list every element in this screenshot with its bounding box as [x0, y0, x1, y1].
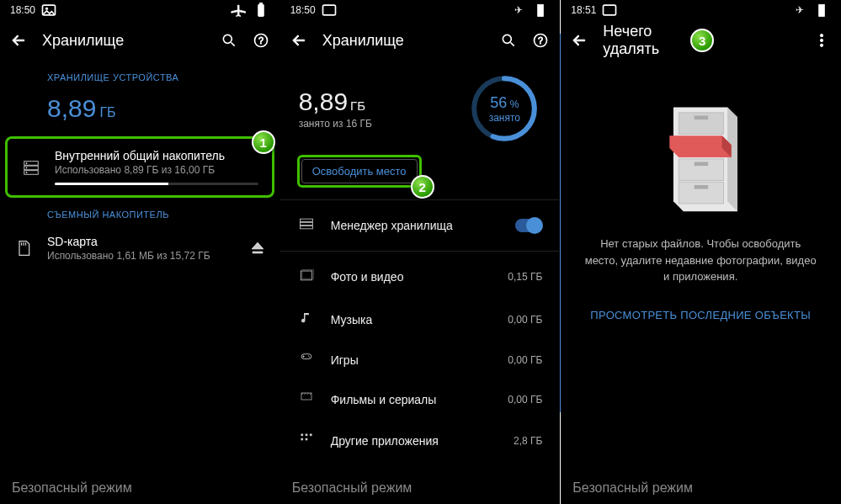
svg-rect-14 — [538, 4, 544, 16]
svg-point-30 — [305, 433, 307, 436]
svg-rect-48 — [695, 185, 709, 189]
svg-point-29 — [301, 433, 303, 436]
music-row[interactable]: Музыка 0,00 ГБ — [280, 299, 560, 341]
battery-icon — [532, 2, 549, 19]
help-icon[interactable]: ? — [253, 32, 269, 49]
sd-sub: Использовано 1,61 МБ из 15,72 ГБ — [47, 250, 236, 262]
apps-icon — [297, 432, 316, 450]
svg-point-15 — [503, 34, 512, 43]
overflow-icon[interactable] — [813, 32, 830, 49]
svg-rect-34 — [604, 5, 616, 15]
safe-mode-label: Безопасный режим — [292, 480, 413, 496]
appbar: Хранилище ? — [280, 20, 560, 61]
svg-point-32 — [301, 438, 303, 441]
screen-storage-overview: 18:50 Хранилище ? ХРАНИЛИЩЕ УСТРОЙСТВА 8… — [0, 0, 280, 504]
svg-rect-22 — [300, 226, 312, 229]
clock: 18:51 — [571, 4, 596, 16]
gamepad-icon — [297, 353, 316, 368]
svg-rect-13 — [322, 5, 335, 15]
file-cabinet-icon — [654, 94, 747, 220]
storage-icon — [297, 215, 316, 236]
movie-icon — [297, 391, 316, 408]
airplane-icon — [231, 2, 248, 19]
statusbar: 18:51 ✈ — [561, 0, 840, 20]
svg-point-37 — [820, 39, 822, 41]
svg-point-4 — [223, 34, 232, 43]
clock: 18:50 — [10, 4, 35, 16]
svg-point-10 — [26, 162, 28, 164]
other-apps-row[interactable]: Другие приложения 2,8 ГБ — [280, 420, 560, 462]
svg-point-33 — [305, 438, 307, 441]
sd-icon — [13, 240, 34, 257]
internal-storage-highlight: Внутренний общий накопитель Использовано… — [5, 136, 274, 198]
sd-card-row[interactable]: SD-карта Использовано 1,61 МБ из 15,72 Г… — [0, 225, 279, 272]
internal-storage-row[interactable]: Внутренний общий накопитель Использовано… — [8, 139, 272, 195]
empty-message: Нет старых файлов. Чтобы освободить мест… — [584, 236, 817, 285]
internal-progress — [55, 183, 258, 185]
svg-rect-2 — [258, 4, 263, 16]
storage-icon — [21, 158, 41, 177]
svg-point-38 — [820, 44, 822, 46]
svg-point-27 — [309, 357, 310, 358]
callout-badge-2: 2 — [411, 175, 434, 199]
svg-text:?: ? — [538, 35, 543, 45]
back-icon[interactable] — [10, 32, 27, 49]
image-icon — [321, 2, 338, 19]
back-icon[interactable] — [571, 32, 588, 49]
help-icon[interactable]: ? — [532, 32, 549, 49]
device-storage-label: ХРАНИЛИЩЕ УСТРОЙСТВА — [0, 61, 279, 88]
screen-storage-detail: 18:50 ✈ Хранилище ? 8,89ГБ занято из 16 … — [280, 0, 561, 504]
movies-row[interactable]: Фильмы и сериалы 0,00 ГБ — [280, 379, 560, 420]
sd-title: SD-карта — [47, 235, 236, 248]
svg-rect-20 — [300, 219, 312, 221]
search-icon[interactable] — [500, 32, 517, 49]
page-title: Хранилище — [322, 32, 486, 50]
safe-mode-label: Безопасный режим — [572, 480, 693, 496]
used-sub: занято из 16 ГБ — [299, 118, 452, 130]
airplane-icon: ✈ — [791, 2, 808, 19]
internal-sub: Использовано 8,89 ГБ из 16,00 ГБ — [55, 164, 258, 176]
svg-rect-3 — [259, 3, 262, 5]
clock: 18:50 — [290, 4, 316, 16]
used-number: 8,89 — [47, 94, 96, 122]
svg-point-36 — [820, 34, 822, 37]
usage-ring: 56 %занято — [468, 72, 540, 145]
back-icon[interactable] — [290, 32, 307, 49]
svg-point-12 — [26, 172, 28, 173]
page-title: Нечего удалять — [603, 23, 672, 58]
svg-rect-46 — [695, 162, 709, 167]
svg-point-11 — [26, 167, 28, 168]
storage-manager-row[interactable]: Менеджер хранилища — [280, 204, 560, 247]
callout-badge-1: 1 — [252, 130, 275, 154]
search-icon[interactable] — [221, 32, 237, 49]
games-row[interactable]: Игры 0,00 ГБ — [280, 341, 560, 379]
music-icon — [297, 310, 316, 329]
svg-point-1 — [45, 8, 48, 9]
svg-marker-40 — [727, 107, 737, 211]
appbar: Нечего удалять 3 — [561, 20, 840, 61]
battery-icon — [813, 2, 830, 19]
svg-text:?: ? — [258, 35, 263, 45]
page-title: Хранилище — [42, 32, 205, 50]
removable-label: СЪЕМНЫЙ НАКОПИТЕЛЬ — [0, 198, 279, 225]
airplane-icon: ✈ — [510, 2, 527, 19]
svg-rect-42 — [695, 116, 709, 120]
eject-icon[interactable] — [249, 240, 266, 257]
svg-rect-28 — [301, 393, 311, 400]
svg-point-26 — [307, 356, 308, 357]
view-recent-button[interactable]: ПРОСМОТРЕТЬ ПОСЛЕДНИЕ ОБЪЕКТЫ — [590, 309, 811, 321]
photo-icon — [297, 267, 316, 287]
statusbar: 18:50 — [0, 0, 279, 20]
safe-mode-label: Безопасный режим — [12, 480, 132, 496]
photos-row[interactable]: Фото и видео 0,15 ГБ — [280, 255, 560, 299]
battery-icon — [253, 2, 269, 19]
callout-badge-3: 3 — [690, 29, 714, 52]
storage-manager-toggle[interactable] — [515, 219, 542, 232]
statusbar: 18:50 ✈ — [280, 0, 560, 20]
image-icon — [601, 2, 618, 19]
storage-summary: 8,89ГБ занято из 16 ГБ 56 %занято — [280, 61, 560, 153]
svg-point-31 — [309, 433, 311, 436]
appbar: Хранилище ? — [0, 20, 279, 61]
free-space-highlight: Освободить место 2 — [297, 155, 422, 188]
free-space-button[interactable]: Освободить место — [301, 159, 418, 183]
